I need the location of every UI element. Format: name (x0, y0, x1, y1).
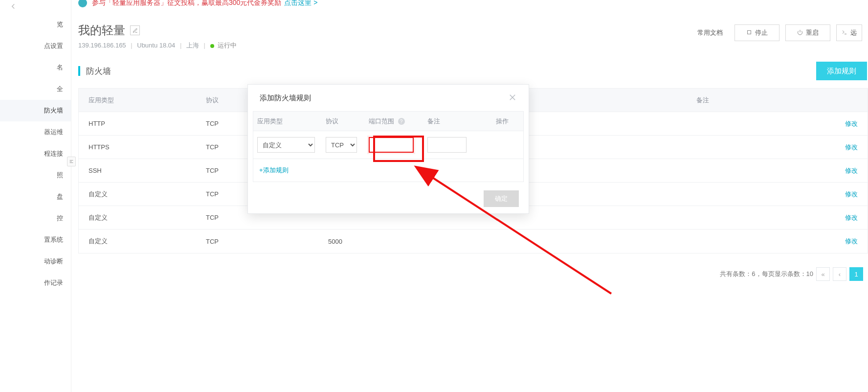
sidebar-item-label: 名 (57, 63, 63, 72)
cell-app: 自定义 (79, 213, 196, 222)
add-another-rule-link[interactable]: +添加规则 (253, 159, 523, 182)
table-row: 自定义 TCP 5000 修改 (79, 230, 868, 253)
sidebar-item-overview[interactable]: 览 (0, 14, 71, 35)
server-subtitle: 139.196.186.165 | Ubuntu 18.04 | 上海 | 运行… (78, 41, 697, 50)
server-status: 运行中 (218, 42, 237, 49)
cell-app: 自定义 (79, 190, 196, 199)
sidebar: 览 点设置 名 全 防火墙 器运维 程连接 照 盘 控 置系统 动诊断 作记录 (0, 0, 71, 392)
add-rule-button[interactable]: 添加规则 (816, 62, 867, 80)
sidebar-item-label: 防火墙 (44, 106, 63, 115)
row-edit-link[interactable]: 修改 (845, 237, 858, 245)
sidebar-item-disk[interactable]: 盘 (0, 186, 71, 208)
sidebar-item-label: 盘 (57, 192, 63, 201)
sidebar-item-label: 动诊断 (44, 257, 63, 266)
server-os: Ubuntu 18.04 (137, 42, 175, 49)
col-app: 应用类型 (79, 96, 196, 105)
row-edit-link[interactable]: 修改 (845, 143, 858, 151)
page-first-button[interactable]: « (816, 267, 830, 281)
modal-table: 应用类型 协议 端口范围 ? 备注 操作 自定义 TCP (253, 111, 524, 182)
sidebar-item-label: 全 (57, 85, 63, 93)
sidebar-item-monitor[interactable]: 控 (0, 208, 71, 229)
confirm-button-label: 确定 (495, 195, 508, 202)
help-icon[interactable]: ? (398, 118, 405, 125)
add-rule-button-label: 添加规则 (827, 67, 856, 75)
cell-app: HTTP (79, 120, 196, 127)
cell-port: 5000 (318, 238, 687, 245)
mcol-remark: 备注 (423, 117, 492, 126)
cell-proto: TCP (196, 214, 318, 221)
status-dot-icon (210, 44, 214, 48)
pagination: 共有条数：6，每页显示条数：10 « ‹ 1 (720, 267, 863, 281)
server-region: 上海 (186, 42, 199, 49)
remark-input[interactable] (427, 137, 467, 153)
add-another-rule-label: +添加规则 (259, 166, 289, 175)
stop-button[interactable]: 停止 (734, 24, 779, 41)
sidebar-item-reinstall[interactable]: 置系统 (0, 229, 71, 251)
page-title: 我的轻量 (78, 23, 125, 38)
sidebar-item-site-settings[interactable]: 点设置 (0, 35, 71, 57)
cell-app: 自定义 (79, 237, 196, 246)
docs-link[interactable]: 常用文档 (697, 28, 723, 37)
section-title-text: 防火墙 (86, 66, 111, 77)
add-firewall-rule-modal: 添加防火墙规则 应用类型 协议 端口范围 ? 备注 操作 自定义 TCP (247, 84, 529, 214)
page-number-button[interactable]: 1 (849, 267, 863, 281)
row-edit-link[interactable]: 修改 (845, 120, 858, 127)
sidebar-item-label: 置系统 (44, 235, 63, 244)
page-header: 我的轻量 139.196.186.165 | Ubuntu 18.04 | 上海… (78, 23, 862, 52)
cell-app: HTTPS (79, 143, 196, 151)
col-remark: 备注 (687, 96, 828, 105)
sidebar-item-label: 览 (57, 20, 63, 29)
promo-banner-text: 参与「轻量应用服务器」征文投稿，赢取最高300元代金券奖励 (92, 0, 281, 7)
row-edit-link[interactable]: 修改 (845, 214, 858, 221)
edit-icon[interactable] (130, 25, 140, 35)
mcol-app: 应用类型 (253, 117, 322, 126)
sidebar-item-domain[interactable]: 名 (0, 57, 71, 78)
mcol-proto: 协议 (322, 117, 365, 126)
mcol-port: 端口范围 ? (365, 117, 423, 126)
sidebar-item-snapshot[interactable]: 照 (0, 164, 71, 186)
promo-banner: 参与「轻量应用服务器」征文投稿，赢取最高300元代金券奖励 点击这里 > (78, 0, 868, 9)
svg-rect-3 (748, 30, 751, 34)
modal-rule-row: 自定义 TCP (253, 131, 523, 159)
sidebar-item-ops[interactable]: 器运维 (0, 121, 71, 143)
sidebar-item-label: 照 (57, 171, 63, 180)
power-icon (797, 29, 803, 37)
app-type-select[interactable]: 自定义 (257, 137, 315, 153)
section-title: 防火墙 (78, 66, 111, 77)
info-icon (78, 0, 87, 7)
sidebar-item-remote[interactable]: 程连接 (0, 143, 71, 164)
mcol-ops: 操作 (492, 117, 523, 126)
stop-button-label: 停止 (755, 28, 768, 37)
page-prev-button[interactable]: ‹ (833, 267, 846, 281)
sidebar-item-label: 控 (57, 214, 63, 223)
terminal-icon (842, 29, 847, 37)
remote-connect-label: 远 (850, 28, 857, 37)
pagination-summary: 共有条数：6，每页显示条数：10 (720, 270, 813, 278)
cell-app: SSH (79, 167, 196, 174)
mcol-port-label: 端口范围 (369, 117, 394, 125)
promo-banner-link[interactable]: 点击这里 > (284, 0, 317, 7)
restart-button-label: 重启 (806, 28, 819, 37)
sidebar-item-label: 点设置 (44, 42, 63, 50)
cell-proto: TCP (196, 238, 318, 245)
sidebar-item-label: 作记录 (44, 278, 63, 287)
sidebar-item-logs[interactable]: 作记录 (0, 272, 71, 294)
sidebar-item-label: 程连接 (44, 149, 63, 158)
port-range-input[interactable] (369, 137, 414, 153)
modal-table-header: 应用类型 协议 端口范围 ? 备注 操作 (253, 112, 523, 131)
stop-icon (746, 29, 752, 37)
remote-connect-button[interactable]: 远 (836, 24, 862, 41)
sidebar-item-security[interactable]: 全 (0, 78, 71, 100)
sidebar-item-firewall[interactable]: 防火墙 (0, 100, 71, 121)
protocol-select[interactable]: TCP (326, 137, 357, 153)
server-ip: 139.196.186.165 (78, 42, 126, 49)
restart-button[interactable]: 重启 (785, 24, 830, 41)
row-edit-link[interactable]: 修改 (845, 190, 858, 198)
sidebar-back-button[interactable] (0, 0, 71, 14)
row-edit-link[interactable]: 修改 (845, 167, 858, 174)
sidebar-item-label: 器运维 (44, 128, 63, 137)
sidebar-item-diagnose[interactable]: 动诊断 (0, 251, 71, 272)
modal-title: 添加防火墙规则 (260, 93, 311, 103)
confirm-button[interactable]: 确定 (484, 190, 519, 207)
close-icon[interactable] (508, 93, 517, 103)
